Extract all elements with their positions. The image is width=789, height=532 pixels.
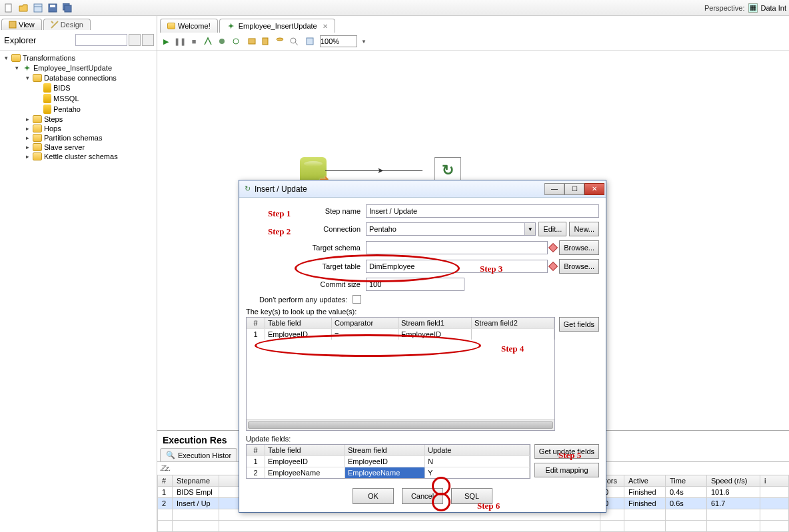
perspective-icon[interactable]: ▦ bbox=[748, 3, 758, 13]
table-row bbox=[158, 521, 789, 532]
connection-combo[interactable] bbox=[366, 222, 525, 236]
perspective-label: Perspective: bbox=[704, 4, 745, 12]
col-io[interactable]: i bbox=[760, 475, 789, 487]
editor-toolbar: ▶ ❚❚ ■ ▼ bbox=[157, 33, 789, 51]
save-icon[interactable] bbox=[47, 2, 59, 14]
tree-employee-insertupdate[interactable]: ▾✦Employee_InsertUpdate bbox=[13, 63, 157, 73]
target-schema-input[interactable] bbox=[366, 241, 548, 254]
variable-icon[interactable] bbox=[548, 262, 558, 271]
tab-design-label: Design bbox=[61, 21, 83, 29]
svg-rect-0 bbox=[5, 4, 11, 12]
tree-slave[interactable]: ▸Slave server bbox=[24, 142, 157, 152]
debug-icon[interactable] bbox=[216, 35, 228, 47]
tree-transformations[interactable]: ▾Transformations bbox=[3, 53, 157, 63]
get-update-fields-button[interactable]: Get update fields bbox=[534, 444, 599, 459]
tree-steps[interactable]: ▸Steps bbox=[24, 115, 157, 124]
replay-icon[interactable] bbox=[230, 35, 242, 47]
svg-point-11 bbox=[277, 38, 283, 41]
variable-icon[interactable] bbox=[548, 243, 558, 252]
show-results-icon[interactable] bbox=[304, 35, 316, 47]
tab-welcome[interactable]: Welcome! bbox=[160, 19, 218, 33]
dropdown-icon[interactable]: ▼ bbox=[361, 39, 367, 45]
maximize-button[interactable]: ☐ bbox=[564, 183, 584, 195]
label-keys: The key(s) to look up the value(s): bbox=[246, 308, 599, 316]
tab-execution-history[interactable]: 🔍 Execution Histor bbox=[160, 448, 237, 461]
new-connection-button[interactable]: New... bbox=[569, 222, 599, 236]
col-speed[interactable]: Speed (r/s) bbox=[707, 475, 760, 487]
table-row[interactable]: 2 EmployeeName EmployeeName Y bbox=[247, 467, 530, 478]
zoom-select[interactable] bbox=[320, 35, 357, 47]
saveall-icon[interactable] bbox=[61, 2, 73, 14]
table-row[interactable]: 1 EmployeeID = EmployeeID bbox=[247, 328, 554, 340]
browse-schema-button[interactable]: Browse... bbox=[559, 240, 599, 255]
keys-grid[interactable]: # Table field Comparator Stream field1 S… bbox=[246, 317, 555, 431]
collapse-icon[interactable] bbox=[129, 34, 141, 46]
tab-view[interactable]: View bbox=[1, 19, 42, 30]
tab-design[interactable]: Design bbox=[43, 19, 91, 30]
history-icon: 🔍 bbox=[166, 451, 175, 459]
col-active[interactable]: Active bbox=[624, 475, 666, 487]
stop-icon[interactable]: ■ bbox=[188, 35, 200, 47]
get-fields-button[interactable]: Get fields bbox=[559, 317, 599, 332]
tree-partition[interactable]: ▸Partition schemas bbox=[24, 133, 157, 142]
sql-icon[interactable] bbox=[274, 35, 286, 47]
label-commit-size: Commit size bbox=[246, 280, 366, 288]
edit-connection-button[interactable]: Edit... bbox=[538, 222, 566, 236]
svg-rect-1 bbox=[34, 4, 42, 12]
svg-point-12 bbox=[291, 38, 296, 43]
dropdown-icon[interactable]: ▼ bbox=[525, 222, 536, 236]
insert-update-dialog: ↻ Insert / Update — ☐ ✕ Step name Connec… bbox=[239, 180, 606, 513]
preview-icon[interactable] bbox=[202, 35, 214, 47]
dialog-icon: ↻ bbox=[245, 184, 251, 193]
verify-icon[interactable] bbox=[246, 35, 258, 47]
target-table-input[interactable] bbox=[366, 260, 548, 273]
explorer-title: Explorer bbox=[4, 35, 36, 45]
tree-db-bids[interactable]: ▸BIDS bbox=[35, 83, 157, 93]
col-num[interactable]: # bbox=[158, 475, 173, 487]
trans-icon: ✦ bbox=[227, 21, 236, 31]
impact-icon[interactable] bbox=[260, 35, 272, 47]
sql-button[interactable]: SQL bbox=[451, 488, 492, 504]
tree-db-connections[interactable]: ▾Database connections bbox=[24, 73, 157, 83]
edit-mapping-button[interactable]: Edit mapping bbox=[534, 463, 599, 477]
tree-db-pentaho[interactable]: ▸Pentaho bbox=[35, 104, 157, 115]
cancel-button[interactable]: Cancel bbox=[402, 488, 443, 504]
minimize-button[interactable]: — bbox=[544, 183, 564, 195]
explore-db-icon[interactable] bbox=[288, 35, 300, 47]
ok-button[interactable]: OK bbox=[353, 488, 394, 504]
open-icon[interactable] bbox=[17, 2, 29, 14]
col-time[interactable]: Time bbox=[666, 475, 707, 487]
tree-db-mssql[interactable]: ▸MSSQL bbox=[35, 93, 157, 104]
hop-line[interactable] bbox=[325, 170, 422, 171]
main-toolbar: Perspective: ▦ Data Int bbox=[0, 0, 789, 16]
svg-rect-4 bbox=[50, 5, 55, 7]
tree-hops[interactable]: ▸Hops bbox=[24, 124, 157, 133]
explore-icon[interactable] bbox=[32, 2, 44, 14]
pause-icon[interactable]: ❚❚ bbox=[174, 35, 186, 47]
hop-arrow-icon: ➤ bbox=[377, 166, 384, 175]
svg-rect-9 bbox=[249, 39, 255, 44]
label-update-fields: Update fields: bbox=[246, 435, 599, 443]
run-icon[interactable]: ▶ bbox=[160, 35, 172, 47]
update-fields-grid[interactable]: # Table field Stream field Update 1 Empl… bbox=[246, 444, 530, 479]
step-name-input[interactable] bbox=[366, 204, 599, 218]
dialog-title: Insert / Update bbox=[255, 184, 307, 194]
label-step-name: Step name bbox=[246, 207, 366, 215]
svg-rect-6 bbox=[65, 5, 71, 12]
table-row[interactable]: 1 EmployeeID EmployeeID N bbox=[247, 455, 530, 467]
close-icon[interactable]: ✕ bbox=[323, 23, 328, 30]
tab-employee-insertupdate[interactable]: ✦ Employee_InsertUpdate ✕ bbox=[219, 19, 335, 33]
new-icon[interactable] bbox=[3, 2, 15, 14]
col-stepname[interactable]: Stepname bbox=[173, 475, 219, 487]
close-button[interactable]: ✕ bbox=[584, 183, 604, 195]
explorer-search[interactable] bbox=[75, 34, 127, 46]
svg-rect-7 bbox=[9, 21, 16, 28]
commit-size-input[interactable] bbox=[366, 278, 464, 291]
dont-update-checkbox[interactable] bbox=[353, 295, 361, 304]
label-connection: Connection bbox=[246, 225, 366, 233]
label-target-table: Target table bbox=[246, 262, 366, 270]
browse-table-button[interactable]: Browse... bbox=[559, 259, 599, 274]
tree-kettle[interactable]: ▸Kettle cluster schemas bbox=[24, 152, 157, 161]
scrollbar[interactable] bbox=[247, 419, 554, 430]
expand-icon[interactable] bbox=[142, 34, 154, 46]
